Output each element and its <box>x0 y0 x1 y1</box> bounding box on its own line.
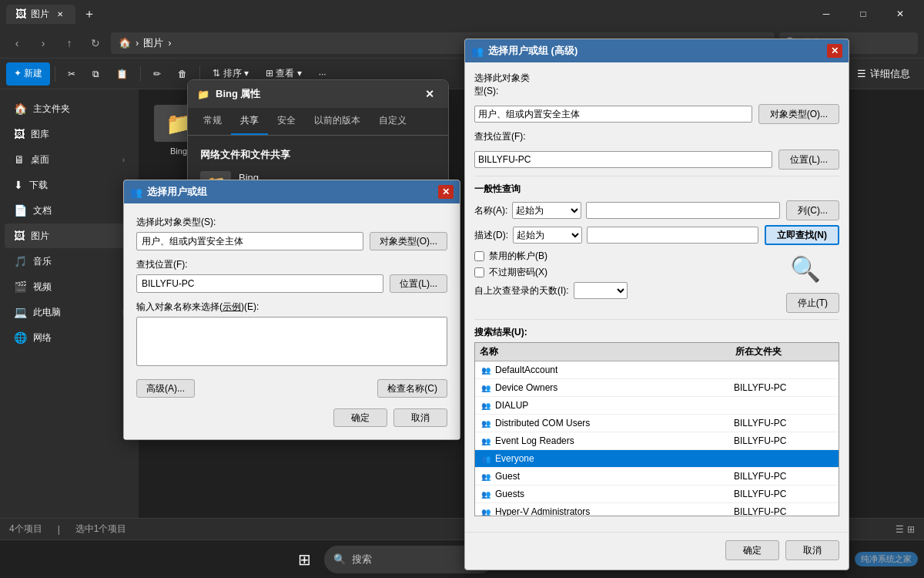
adv-search-btn[interactable]: 立即查找(N) <box>765 225 839 245</box>
adv-stop-btn[interactable]: 停止(T) <box>786 293 839 313</box>
status-selected: 选中1个项目 <box>75 523 127 536</box>
adv-col-name-header: 名称 <box>475 343 731 361</box>
sort-label: ⇅ 排序 ▾ <box>213 67 249 80</box>
forward-btn[interactable]: › <box>32 32 54 54</box>
watermark: 纯净系统之家 <box>855 552 918 566</box>
back-btn[interactable]: ‹ <box>6 32 28 54</box>
up-btn[interactable]: ↑ <box>59 32 80 54</box>
result-name: Guests <box>495 489 524 499</box>
sidebar-item-gallery[interactable]: 🖼 图库 <box>5 122 134 146</box>
table-row[interactable]: 👥 Guest BILLYFU-PC <box>475 468 839 486</box>
result-name-cell: 👥 Guests <box>477 487 729 501</box>
address-icon: 🏠 <box>119 37 131 49</box>
sidebar-item-downloads[interactable]: ⬇ 下载 <box>5 173 134 197</box>
sidebar-item-network[interactable]: 🌐 网络 <box>5 325 134 350</box>
adv-name-dropdown[interactable]: 起始为 <box>512 202 581 219</box>
tab-previous[interactable]: 以前的版本 <box>305 108 370 135</box>
new-btn[interactable]: ✦ 新建 <box>6 62 50 86</box>
sidebar-label-home: 主文件夹 <box>33 102 70 116</box>
simple-ok-btn[interactable]: 确定 <box>333 408 387 427</box>
rename-btn[interactable]: ✏ <box>146 62 169 86</box>
select-simple-close[interactable]: ✕ <box>438 185 454 199</box>
adv-cancel-btn[interactable]: 取消 <box>785 540 839 560</box>
sidebar-item-this-pc[interactable]: 💻 此电脑 › <box>5 300 134 324</box>
documents-icon: 📄 <box>14 204 27 217</box>
adv-results-label: 搜索结果(U): <box>474 326 839 339</box>
adv-select-type-btn[interactable]: 对象类型(O)... <box>758 104 839 124</box>
network-icon: 🌐 <box>14 331 27 344</box>
table-row[interactable]: 👥 DefaultAccount <box>475 361 839 379</box>
tab-general[interactable]: 常规 <box>194 108 231 135</box>
adv-general-query-label: 一般性查询 <box>474 183 839 196</box>
this-pc-icon: 💻 <box>14 306 27 318</box>
simple-footer: 高级(A)... 检查名称(C) <box>136 376 447 398</box>
cut-btn[interactable]: ✂ <box>60 62 83 86</box>
adv-find-location-input[interactable] <box>474 151 772 168</box>
advanced-btn[interactable]: 高级(A)... <box>136 379 195 398</box>
sidebar-item-desktop[interactable]: 🖥 桌面 › <box>5 147 134 172</box>
adv-noexpire-checkbox[interactable] <box>474 267 484 277</box>
group-icon: 👥 <box>480 470 492 482</box>
start-btn[interactable]: ⊞ <box>289 544 320 575</box>
close-btn[interactable]: ✕ <box>882 2 918 26</box>
paste-btn[interactable]: 📋 <box>109 62 136 86</box>
result-name: Event Log Readers <box>495 435 574 446</box>
cut-icon: ✂ <box>68 69 75 79</box>
adv-find-location-btn[interactable]: 位置(L)... <box>778 150 839 170</box>
sidebar-item-music[interactable]: 🎵 音乐 <box>5 249 134 274</box>
table-row[interactable]: 👥 DIALUP <box>475 397 839 415</box>
tab-custom[interactable]: 自定义 <box>370 108 416 135</box>
adv-close-btn[interactable]: ✕ <box>827 44 842 58</box>
details-label: 详细信息 <box>870 67 910 81</box>
maximize-btn[interactable]: □ <box>845 2 881 26</box>
adv-disabled-checkbox[interactable] <box>474 251 484 261</box>
result-loc-cell <box>729 405 837 406</box>
copy-btn[interactable]: ⧉ <box>85 62 107 86</box>
details-btn[interactable]: ☰ 详细信息 <box>849 62 918 86</box>
adv-title-bar: 👥 选择用户或组 (高级) ✕ <box>465 39 849 62</box>
view-list-icon[interactable]: ☰ <box>896 524 904 535</box>
adv-body: 选择此对象类型(S): 对象类型(O)... 查找位置(F): 位置(L)...… <box>465 62 849 526</box>
bing-dialog-icon: 📁 <box>197 89 209 100</box>
adv-ok-btn[interactable]: 确定 <box>725 540 779 560</box>
adv-name-value[interactable] <box>586 202 780 219</box>
table-row[interactable]: 👥 Hyper-V Administrators BILLYFU-PC <box>475 503 839 516</box>
refresh-btn[interactable]: ↻ <box>85 32 106 54</box>
adv-desc-value[interactable] <box>587 227 758 244</box>
name-entry-input[interactable] <box>136 317 447 366</box>
tab-close-btn[interactable]: ✕ <box>54 8 66 20</box>
select-type-row: 对象类型(O)... <box>136 232 447 250</box>
result-name: Guest <box>495 471 520 482</box>
sidebar-item-pictures[interactable]: 🖼 图片 <box>5 223 134 248</box>
bing-dialog-close[interactable]: ✕ <box>420 85 439 103</box>
table-row[interactable]: 👥 Event Log Readers BILLYFU-PC <box>475 432 839 450</box>
adv-days-dropdown[interactable] <box>574 282 628 299</box>
adv-desc-dropdown[interactable]: 起始为 <box>513 227 582 244</box>
minimize-btn[interactable]: ─ <box>808 2 844 26</box>
adv-select-type-input[interactable] <box>474 106 752 123</box>
select-type-input[interactable] <box>136 232 363 250</box>
find-location-input[interactable] <box>136 274 383 293</box>
view-grid-icon[interactable]: ⊞ <box>907 524 915 535</box>
adv-col-btn[interactable]: 列(C)... <box>786 200 839 220</box>
sidebar-item-documents[interactable]: 📄 文档 <box>5 198 134 223</box>
table-row[interactable]: 👥 Everyone <box>475 450 839 468</box>
find-location-btn[interactable]: 位置(L)... <box>390 274 447 293</box>
simple-cancel-btn[interactable]: 取消 <box>393 408 447 427</box>
explorer-tab[interactable]: 🖼 图片 ✕ <box>6 5 75 24</box>
table-row[interactable]: 👥 Device Owners BILLYFU-PC <box>475 379 839 397</box>
adv-results-body: 👥 DefaultAccount 👥 Device Owners BILLYFU… <box>475 361 839 516</box>
select-type-btn[interactable]: 对象类型(O)... <box>370 232 447 250</box>
adv-results-header: 名称 所在文件夹 <box>475 343 839 361</box>
sidebar-item-home[interactable]: 🏠 主文件夹 <box>5 96 134 121</box>
tab-security[interactable]: 安全 <box>268 108 305 135</box>
tab-share[interactable]: 共享 <box>231 108 268 135</box>
table-row[interactable]: 👥 Distributed COM Users BILLYFU-PC <box>475 415 839 432</box>
check-name-btn[interactable]: 检查名称(C) <box>377 379 447 398</box>
new-tab-btn[interactable]: ＋ <box>79 3 100 25</box>
music-icon: 🎵 <box>14 255 27 267</box>
table-row[interactable]: 👥 Guests BILLYFU-PC <box>475 486 839 503</box>
result-loc-cell: BILLYFU-PC <box>729 506 837 516</box>
sidebar-item-videos[interactable]: 🎬 视频 <box>5 274 134 299</box>
adv-results-table: 名称 所在文件夹 👥 DefaultAccount 👥 Device Owner… <box>474 342 839 516</box>
